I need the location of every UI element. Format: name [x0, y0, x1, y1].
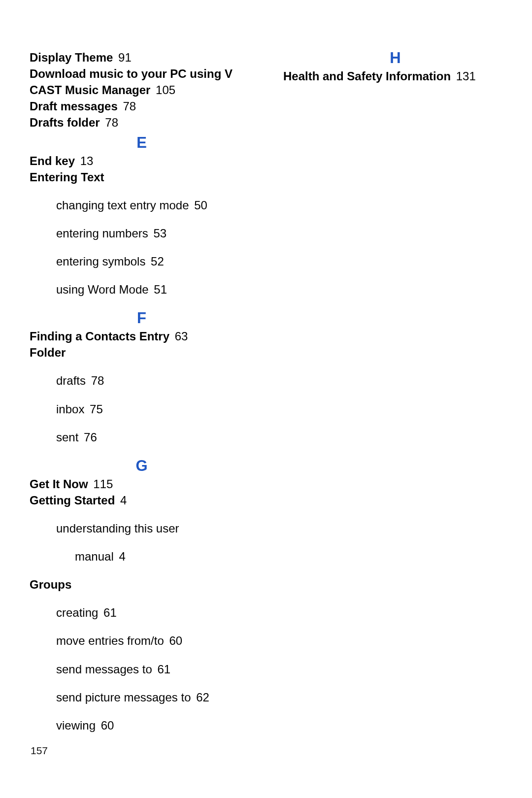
- term: Drafts folder: [30, 116, 100, 129]
- term: End key: [30, 154, 75, 167]
- page-ref: 63: [175, 330, 188, 343]
- section-letter-e: E: [30, 134, 254, 152]
- entry-health-safety: Health and Safety Information 131: [283, 68, 507, 84]
- subentry: drafts 78: [56, 372, 254, 389]
- term: Display Theme: [30, 51, 113, 64]
- term: Health and Safety Information: [283, 69, 451, 83]
- term: Finding a Contacts Entry: [30, 330, 169, 343]
- page-ref: 91: [118, 51, 132, 64]
- page-ref: 131: [456, 69, 476, 83]
- page-ref: 78: [105, 116, 118, 129]
- page-ref: 115: [93, 477, 113, 491]
- subentry: using Word Mode 51: [56, 281, 254, 298]
- entry-display-theme: Display Theme 91: [30, 49, 254, 66]
- term: Draft messages: [30, 100, 118, 113]
- term: Entering Text: [30, 170, 104, 184]
- section-letter-g: G: [30, 457, 254, 475]
- subentry: send messages to 61: [56, 661, 254, 677]
- entry-groups: Groups creating 61 move entries from/to …: [30, 576, 254, 733]
- subentry: send picture messages to 62: [56, 689, 254, 705]
- subentry: inbox 75: [56, 401, 254, 417]
- index-page: Display Theme 91 Download music to your …: [0, 0, 532, 798]
- entry-end-key: End key 13: [30, 153, 254, 169]
- entry-finding-contacts: Finding a Contacts Entry 63: [30, 328, 254, 344]
- page-ref: 78: [123, 100, 136, 113]
- subentry: changing text entry mode 50: [56, 197, 254, 213]
- index-columns: Display Theme 91 Download music to your …: [30, 49, 507, 734]
- subentry: understanding this user: [56, 520, 254, 536]
- entry-entering-text: Entering Text changing text entry mode 5…: [30, 169, 254, 298]
- subentry-line2: manual 4: [75, 548, 254, 565]
- section-letter-h: H: [283, 49, 507, 67]
- term: Folder: [30, 346, 66, 359]
- term: Groups: [30, 578, 71, 591]
- subentry: entering symbols 52: [56, 253, 254, 269]
- subentry: sent 76: [56, 429, 254, 445]
- page-number: 157: [31, 745, 48, 757]
- subentry: move entries from/to 60: [56, 632, 254, 649]
- subentry: creating 61: [56, 604, 254, 621]
- entry-draft-messages: Draft messages 78: [30, 98, 254, 114]
- section-letter-f: F: [30, 309, 254, 327]
- term: Getting Started: [30, 494, 115, 507]
- entry-drafts-folder: Drafts folder 78: [30, 114, 254, 131]
- page-ref: 4: [120, 494, 127, 507]
- entry-getting-started: Getting Started 4 understanding this use…: [30, 492, 254, 565]
- subentry: viewing 60: [56, 717, 254, 733]
- entry-get-it-now: Get It Now 115: [30, 476, 254, 492]
- page-ref: 105: [156, 83, 175, 97]
- subentry: entering numbers 53: [56, 225, 254, 241]
- entry-folder: Folder drafts 78 inbox 75 sent 76: [30, 344, 254, 445]
- page-ref: 13: [80, 154, 94, 167]
- term: Download music to your PC using V CAST M…: [30, 67, 233, 97]
- term: Get It Now: [30, 477, 88, 491]
- entry-download-music: Download music to your PC using V CAST M…: [30, 66, 254, 98]
